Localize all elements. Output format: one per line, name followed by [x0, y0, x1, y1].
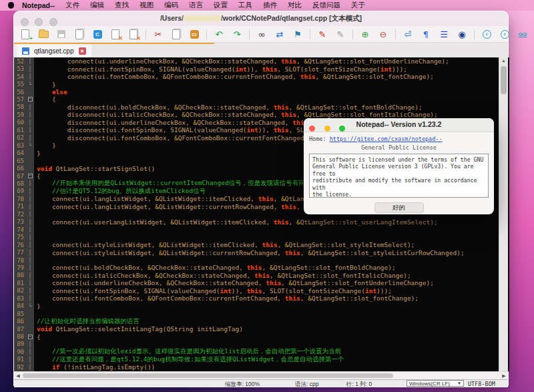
word-wrap-icon[interactable]: ⏎: [402, 28, 414, 40]
code-text: connect(ui.fontSpinBox, SIGNAL(valueChan…: [34, 65, 407, 73]
toolbar-separator: [395, 29, 396, 39]
line-number: 61: [14, 126, 26, 134]
cut-icon[interactable]: ✂: [152, 28, 164, 40]
tab-qtlangset[interactable]: qtlangset.cpp ✕: [17, 44, 91, 57]
vertical-scrollbar[interactable]: ▲: [499, 57, 508, 371]
encoding-indicator: UTF8-BOM: [468, 381, 495, 387]
line-number: 63: [14, 142, 26, 149]
forward-icon[interactable]: ›: [499, 28, 511, 40]
line-number: 68: [14, 180, 26, 187]
scroll-left-arrow-icon[interactable]: ◀: [14, 372, 22, 379]
code-text: [34, 226, 52, 233]
scroll-right-arrow-icon[interactable]: ▶: [500, 372, 508, 379]
line-number: 69: [14, 188, 26, 195]
code-text: //让初始化时选择当前编辑器的语言: [34, 317, 140, 326]
fold-margin: │: [26, 363, 34, 371]
undo-icon[interactable]: ↶: [213, 28, 225, 40]
code-line: 54│ connect(ui.fontComboBox, &QFontCombo…: [14, 73, 509, 80]
code-text: [34, 256, 52, 264]
code-line: 76│ connect(ui.styleListWidget, &QListWi…: [14, 241, 509, 248]
menu-item[interactable]: 语言: [189, 1, 203, 10]
fold-margin: │: [26, 119, 34, 126]
code-line: 91│ //这里还是有问题，是qt5.12.4的bug机制导致:如果没有选择QL…: [14, 356, 509, 363]
indent-guide-icon[interactable]: ☰: [438, 28, 450, 40]
redo-icon[interactable]: ↷: [231, 28, 243, 40]
replace-icon[interactable]: ⇄: [274, 28, 286, 40]
open-file-icon[interactable]: [37, 28, 49, 40]
line-number: 83: [14, 295, 26, 302]
fold-margin[interactable]: −: [26, 333, 34, 340]
code-line: 83│ connect(ui.fontComboBox, &QFontCombo…: [14, 295, 509, 302]
code-text: [34, 341, 52, 348]
fold-margin: │: [26, 287, 34, 295]
new-file-icon[interactable]: +: [19, 28, 31, 40]
toolbar-separator: [146, 29, 146, 39]
code-text: {: [34, 95, 56, 103]
dialog-title: Notepad-- Version v1.23.2: [304, 120, 494, 128]
line-number: 82: [14, 287, 26, 295]
fold-margin[interactable]: −: [26, 172, 34, 180]
gitee-link[interactable]: https://gitee.com/cxasm/notepad--: [330, 136, 443, 142]
horizontal-scrollbar[interactable]: ◀ ▶: [14, 371, 508, 379]
line-number: 89: [14, 341, 26, 348]
desktop-background: Notepad-- 文件编辑查找视图编码语言设置工具插件对比反馈问题关于 /Us…: [0, 0, 534, 392]
zoom-in-icon[interactable]: ⊕: [359, 28, 371, 40]
tab-close-icon[interactable]: ✕: [79, 47, 86, 55]
reload-icon[interactable]: C: [91, 28, 103, 40]
menu-item[interactable]: 反馈问题: [312, 1, 340, 10]
fold-margin: │: [26, 65, 34, 72]
close-all-icon[interactable]: ✕: [127, 28, 140, 40]
marker-pen-icon[interactable]: ✎: [316, 28, 328, 40]
window-titlebar[interactable]: /Users//work/CCNotePad/qtlangset.cpp [文本…: [14, 11, 508, 27]
fold-margin: │: [26, 295, 34, 302]
license-line: General Public License version 3 (GPLv3)…: [312, 163, 485, 177]
fold-margin: │: [26, 210, 34, 218]
line-number: 64: [14, 149, 26, 156]
code-editor[interactable]: 52│ connect(ui.underlineCheckBox, &QChec…: [14, 57, 509, 371]
clear-marker-icon[interactable]: ✎: [334, 28, 346, 40]
menu-item[interactable]: 关于: [351, 1, 365, 10]
menu-item[interactable]: 文件: [65, 1, 79, 10]
eol-mode-dropdown[interactable]: Windows(CR LF)▼: [407, 380, 464, 387]
bookmark-icon[interactable]: ⚑: [292, 28, 304, 40]
fold-margin[interactable]: −: [26, 95, 34, 103]
goto-icon[interactable]: GO: [517, 28, 529, 40]
menu-item[interactable]: 编辑: [90, 1, 104, 10]
menu-app-name[interactable]: Notepad--: [22, 1, 55, 9]
line-number: 71: [14, 203, 26, 210]
line-number: 91: [14, 356, 26, 363]
chevron-down-icon: ▼: [457, 381, 461, 385]
horizontal-scroll-thumb[interactable]: [23, 373, 393, 378]
license-line: This software is licensed under the term…: [312, 156, 485, 163]
menu-item[interactable]: 插件: [263, 1, 277, 10]
menu-item[interactable]: 编码: [164, 1, 178, 10]
scroll-up-arrow-icon[interactable]: ▲: [499, 58, 508, 63]
save-icon[interactable]: [55, 28, 67, 40]
close-file-icon[interactable]: ✕: [109, 28, 121, 40]
menu-item[interactable]: 工具: [238, 1, 252, 10]
back-icon[interactable]: ‹: [481, 28, 493, 40]
dialog-titlebar[interactable]: Notepad-- Version v1.23.2: [304, 118, 494, 132]
save-all-icon[interactable]: [73, 28, 85, 40]
focus-mode-icon[interactable]: ◉: [456, 28, 468, 40]
code-line: 80│ connect(ui.italicCheckBox, &QCheckBo…: [14, 272, 509, 279]
menu-item[interactable]: 对比: [288, 1, 302, 10]
menu-item[interactable]: 设置: [214, 1, 228, 10]
code-line: 75│: [14, 233, 509, 240]
code-line: 59│ disconnect(ui.italicCheckBox, &QChec…: [14, 111, 509, 118]
code-line: 79│ connect(ui.boldCheckBox, &QCheckBox:…: [14, 264, 509, 271]
paste-icon[interactable]: ▭: [188, 28, 200, 40]
fold-margin: │: [26, 248, 34, 256]
ok-button[interactable]: 好的: [374, 202, 424, 213]
vertical-scroll-thumb[interactable]: [501, 66, 507, 94]
menu-item[interactable]: 视图: [140, 1, 154, 10]
code-line: 74│: [14, 226, 509, 233]
syntax-indicator: 语法: cpp: [295, 381, 318, 389]
fold-margin: │: [26, 104, 34, 111]
apple-icon[interactable]: [8, 2, 14, 9]
find-icon[interactable]: ∞: [256, 28, 268, 40]
zoom-out-icon[interactable]: ⊖: [377, 28, 389, 40]
show-symbol-icon[interactable]: ¶: [420, 28, 432, 40]
copy-icon[interactable]: [170, 28, 182, 40]
menu-item[interactable]: 查找: [115, 1, 129, 10]
